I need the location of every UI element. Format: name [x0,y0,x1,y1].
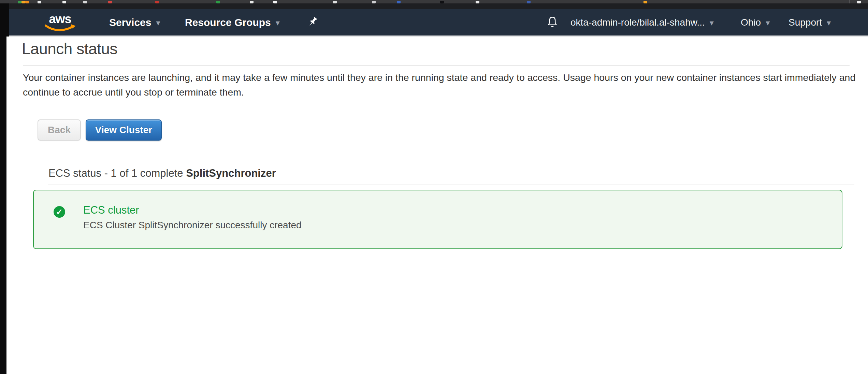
favicon-fragment [83,1,87,3]
nav-region-menu[interactable]: Ohio [741,9,770,35]
favicon-fragment [62,1,66,3]
favicon-fragment [857,1,861,3]
favicon-fragment [25,1,29,3]
favicon-fragment [216,1,220,3]
bookmarks-divider [849,0,850,3]
nav-region-label: Ohio [741,17,761,28]
ecs-status-heading: ECS status - 1 of 1 complete SplitSynchr… [48,167,276,179]
caret-down-icon [827,18,831,27]
nav-resource-groups-menu[interactable]: Resource Groups [185,9,280,35]
ecs-cluster-name: SplitSynchronizer [186,167,276,179]
aws-logo-text: aws [44,13,76,25]
success-panel-message: ECS Cluster SplitSynchronizer successful… [83,220,302,231]
nav-account-label: okta-admin-role/bilal.al-shahw... [570,17,705,28]
nav-support-menu[interactable]: Support [789,9,831,35]
favicon-fragment [38,1,41,3]
nav-resource-groups-label: Resource Groups [185,17,271,28]
favicon-fragment [476,1,479,3]
nav-services-menu[interactable]: Services [109,9,160,35]
aws-navbar: aws Services Resource Groups okta-a [9,9,868,37]
launch-status-description: Your container instances are launching, … [23,70,864,100]
caret-down-icon [766,18,770,27]
favicon-fragment [372,1,376,3]
page-title: Launch status [22,40,117,58]
view-cluster-button[interactable]: View Cluster [86,119,162,141]
notifications-bell-icon[interactable] [546,9,559,35]
caret-down-icon [710,18,714,27]
favicon-fragment [273,1,277,3]
browser-tab-band [0,3,868,9]
success-check-icon: ✓ [54,206,65,218]
success-panel-title: ECS cluster [83,204,139,216]
favicon-fragment [333,1,337,3]
caret-down-icon [276,18,280,27]
favicon-fragment [250,1,254,3]
nav-support-label: Support [789,17,822,28]
favicon-fragment [155,1,159,3]
favicon-fragment [643,1,647,3]
nav-services-label: Services [109,17,151,28]
ecs-status-prefix: ECS status - 1 of 1 complete [48,167,186,179]
status-divider [48,185,854,185]
back-button[interactable]: Back [38,119,81,141]
favicon-fragment [527,1,531,3]
nav-account-menu[interactable]: okta-admin-role/bilal.al-shahw... [570,9,714,35]
desktop-edge [0,37,6,374]
aws-logo[interactable]: aws [44,13,76,34]
favicon-fragment [440,1,444,3]
browser-bookmarks-strip [0,0,868,3]
caret-down-icon [156,18,160,27]
desktop-edge [0,3,9,37]
ecs-cluster-success-panel: ✓ ECS cluster ECS Cluster SplitSynchroni… [33,190,842,249]
favicon-fragment [108,1,112,3]
pushpin-icon[interactable] [307,9,319,35]
action-buttons-row: Back View Cluster [38,119,162,141]
favicon-fragment [18,1,21,3]
favicon-fragment [21,1,25,3]
favicon-fragment [397,1,401,3]
title-divider [23,65,850,66]
